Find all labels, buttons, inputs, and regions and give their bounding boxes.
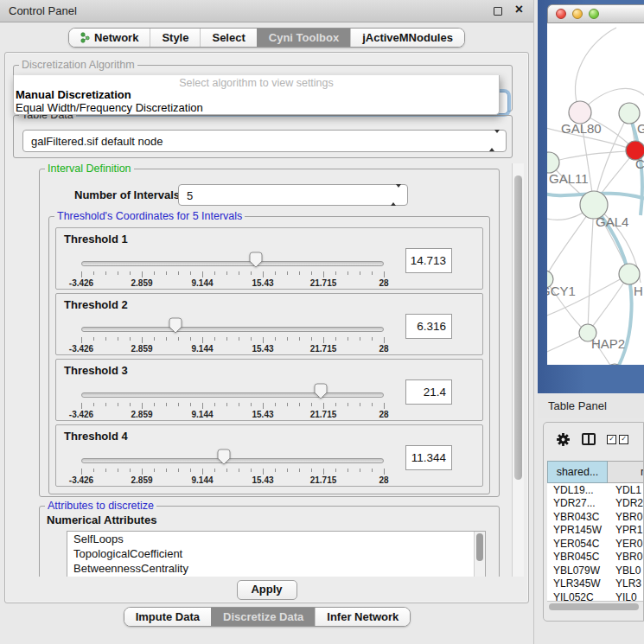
list-item[interactable]: BetweennessCentrality — [67, 561, 485, 576]
number-of-intervals-combobox[interactable]: 5 — [178, 184, 408, 206]
tab-select[interactable]: Select — [200, 29, 256, 47]
table-header-row: shared... n — [547, 461, 644, 483]
table-row[interactable]: YER054CYER0 — [547, 537, 644, 551]
tab-discretize-data[interactable]: Discretize Data — [211, 608, 315, 626]
close-icon[interactable]: × — [515, 2, 523, 17]
column-header-name[interactable]: n — [608, 461, 644, 483]
table-panel-header: Table Panel — [538, 394, 644, 418]
table-row[interactable]: YBL079WYBL0 — [547, 564, 644, 577]
slider-tick — [251, 337, 252, 341]
table-data-combobox[interactable]: galFiltered.sif default node — [22, 130, 507, 152]
slider-tick — [226, 337, 227, 341]
slider-tick — [311, 271, 312, 275]
slider-tick — [372, 337, 373, 341]
gear-icon[interactable] — [556, 432, 571, 447]
slider-tick — [311, 403, 312, 406]
interval-definition-title: Interval Definition — [45, 163, 134, 175]
node-gal11[interactable] — [547, 152, 559, 173]
slider-tick — [384, 271, 385, 277]
label-h-partial: H — [634, 284, 643, 298]
slider-track[interactable] — [81, 458, 384, 463]
slider-scale-labels: -3.4262.8599.14415.4321.71528 — [81, 344, 384, 354]
list-item[interactable]: TopologicalCoefficient — [67, 546, 485, 561]
cell: YBR045C — [547, 551, 608, 563]
tab-impute-data[interactable]: Impute Data — [124, 608, 211, 626]
split-columns-icon[interactable] — [582, 433, 596, 445]
slider-track[interactable] — [81, 261, 384, 266]
table-row[interactable]: YDR27...YDR2 — [547, 497, 644, 511]
column-visibility-icons[interactable]: ✓ ✓ — [607, 435, 628, 444]
list-item[interactable]: SelfLoops — [67, 532, 485, 546]
cell: YBL079W — [547, 564, 608, 577]
tab-jactivemnodules[interactable]: jActiveMNodules — [350, 29, 464, 47]
slider-tick — [226, 469, 227, 472]
tab-impute-data-label: Impute Data — [136, 610, 200, 623]
threshold-3-slider[interactable]: -3.4262.8599.14415.4321.71528 — [81, 360, 384, 420]
table-row[interactable]: YBR045CYBR0 — [547, 551, 644, 564]
tab-style[interactable]: Style — [150, 29, 200, 47]
table-row[interactable]: YLR345WYLR3 — [547, 577, 644, 591]
node-h[interactable] — [619, 264, 640, 284]
list-scrollbar[interactable] — [474, 532, 485, 577]
network-canvas[interactable]: GAL80 G C GAL11 GAL4 GCY1 H HAP2 — [547, 23, 644, 365]
float-window-icon[interactable] — [494, 7, 502, 16]
slider-handle[interactable] — [249, 252, 263, 268]
table-row[interactable]: YDL19...YDL1 — [547, 483, 644, 497]
settings-scrollbar[interactable] — [512, 163, 524, 577]
slider-tick — [239, 403, 239, 406]
threshold-1-value-field[interactable]: 14.713 — [405, 248, 452, 273]
label-gcy1: GCY1 — [547, 284, 576, 298]
algorithm-option-equal-width[interactable]: Equal Width/Frequency Discretization — [14, 101, 499, 114]
slider-scale-label: 21.715 — [310, 278, 337, 288]
slider-handle[interactable] — [314, 383, 328, 399]
threshold-1-panel: Threshold 1 -3.4262.8599.14415.4321.7152… — [55, 227, 483, 290]
apply-button[interactable]: Apply — [237, 580, 297, 600]
slider-tick — [214, 271, 215, 275]
table-horizontal-scrollbar-thumb[interactable] — [549, 603, 639, 610]
tab-cyni-toolbox[interactable]: Cyni Toolbox — [257, 29, 350, 47]
close-traffic-light[interactable] — [556, 9, 566, 19]
algorithm-placeholder-option[interactable]: Select algorithm to view settings — [14, 75, 499, 88]
threshold-4-value-field[interactable]: 11.344 — [405, 445, 452, 470]
thresholds-group: Threshold's Coordinates for 5 Intervals … — [48, 216, 490, 494]
threshold-4-slider[interactable]: -3.4262.8599.14415.4321.71528 — [81, 425, 384, 486]
slider-tick — [239, 469, 239, 472]
slider-track[interactable] — [81, 327, 384, 332]
slider-handle[interactable] — [169, 317, 182, 334]
slider-tick — [93, 337, 94, 341]
slider-tick — [251, 403, 252, 406]
threshold-3-value-field[interactable]: 21.4 — [405, 379, 452, 405]
zoom-traffic-light[interactable] — [589, 9, 599, 19]
list-scrollbar-thumb[interactable] — [476, 533, 483, 561]
threshold-2-value-field[interactable]: 6.316 — [405, 314, 452, 339]
tab-network[interactable]: Network — [69, 29, 150, 47]
table-horizontal-scrollbar[interactable] — [547, 601, 644, 611]
slider-tick — [93, 403, 94, 406]
thresholds-group-title: Threshold's Coordinates for 5 Intervals — [54, 210, 245, 222]
minimize-traffic-light[interactable] — [572, 9, 583, 19]
tab-infer-network[interactable]: Infer Network — [315, 608, 410, 626]
threshold-2-slider[interactable]: -3.4262.8599.14415.4321.71528 — [81, 294, 384, 354]
table-row[interactable]: YBR043CYBR0 — [547, 510, 644, 524]
algorithm-option-manual[interactable]: Manual Discretization — [14, 88, 499, 101]
slider-tick — [130, 403, 131, 406]
slider-tick — [178, 337, 179, 341]
number-of-intervals-value: 5 — [187, 188, 193, 201]
slider-track[interactable] — [81, 392, 384, 398]
cell: YBR0 — [608, 511, 642, 523]
numerical-attributes-list[interactable]: SelfLoops TopologicalCoefficient Between… — [67, 531, 486, 577]
tab-select-label: Select — [212, 31, 245, 44]
slider-scale-label: 2.859 — [131, 475, 152, 485]
settings-scrollbar-thumb[interactable] — [514, 175, 522, 480]
table-row[interactable]: YPR145WYPR1 — [547, 524, 644, 538]
slider-tick — [226, 271, 227, 275]
slider-tick — [154, 337, 155, 341]
attributes-group-title: Attributes to discretize — [45, 500, 156, 512]
slider-tick — [166, 271, 167, 275]
slider-tick — [275, 403, 276, 406]
column-header-shared-name[interactable]: shared... — [547, 461, 608, 483]
slider-handle[interactable] — [217, 449, 231, 465]
threshold-1-slider[interactable]: -3.4262.8599.14415.4321.71528 — [81, 228, 384, 289]
slider-scale-label: 28 — [379, 475, 388, 485]
cell: YLR345W — [547, 577, 608, 590]
